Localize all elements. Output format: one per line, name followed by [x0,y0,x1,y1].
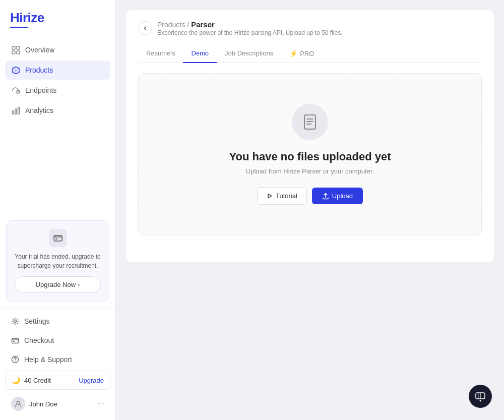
tab-demo[interactable]: Demo [183,44,217,63]
chat-bubble[interactable] [469,385,492,408]
user-avatar [11,397,25,411]
play-icon [267,193,273,199]
svg-rect-0 [12,46,15,49]
tab-job-descriptions[interactable]: Job Descriptions [217,44,281,63]
checkout-label: Checkout [24,336,54,344]
sidebar-item-products[interactable]: Products [5,61,110,80]
settings-label: Settings [24,317,50,325]
sidebar-item-endpoints-label: Endpoints [25,86,56,94]
main-content: Products / Parser Experience the power o… [116,0,504,420]
svg-rect-2 [12,51,15,54]
svg-rect-3 [17,51,20,54]
endpoints-icon [11,86,20,95]
sidebar-item-help[interactable]: Help & Support [5,350,110,369]
user-row: John Doe ··· [5,392,110,416]
svg-rect-8 [54,235,62,241]
back-button[interactable] [138,21,152,35]
products-icon [11,66,20,75]
svg-rect-7 [18,107,19,114]
analytics-icon [11,106,20,115]
user-info: John Doe [11,397,57,411]
sidebar-item-analytics[interactable]: Analytics [5,101,110,120]
breadcrumb-separator: / [187,21,189,29]
svg-rect-18 [478,393,479,399]
upgrade-card: Your trial has ended, upgrade to superch… [6,220,109,302]
breadcrumb-subtitle: Experience the power of the Hirize parsi… [157,29,343,36]
overview-icon [11,45,20,54]
empty-state: You have no files uploaded yet Upload fr… [138,73,482,235]
credit-moon-icon: 🌙 [12,376,20,384]
svg-rect-16 [304,115,316,129]
svg-rect-9 [55,238,57,239]
tab-pro[interactable]: ⚡ PRO [281,44,322,63]
svg-rect-1 [17,46,20,49]
checkout-icon [11,336,19,344]
svg-rect-5 [12,111,14,114]
empty-subtitle: Upload from Hirize Parser or your comput… [246,167,374,175]
help-icon [11,355,19,364]
credit-amount: 40 Credit [24,377,51,384]
sidebar-bottom: Settings Checkout Help & Support [0,308,115,420]
content-card: Products / Parser Experience the power o… [126,10,494,262]
settings-icon [11,317,19,325]
tab-resumes[interactable]: Resume's [138,44,183,63]
upgrade-card-icon [49,229,67,247]
svg-rect-19 [480,393,481,399]
breadcrumb-current: Parser [191,20,215,29]
breadcrumb: Products / Parser Experience the power o… [138,20,482,36]
sidebar-item-endpoints[interactable]: Endpoints [5,81,110,100]
upload-icon [322,193,329,200]
chat-icon [475,391,486,402]
svg-rect-11 [12,338,19,343]
sidebar-nav: Overview Products Endpoints [0,40,115,214]
credit-info: 🌙 40 Credit [12,376,51,384]
sidebar-item-analytics-label: Analytics [25,106,53,114]
breadcrumb-parent: Products [157,21,185,29]
sidebar: Hirize Overview Pro [0,0,116,420]
credit-upgrade-link[interactable]: Upgrade [79,377,104,384]
svg-point-14 [15,361,16,362]
sidebar-item-overview[interactable]: Overview [5,40,110,59]
sidebar-item-overview-label: Overview [25,46,54,54]
svg-rect-6 [15,109,17,114]
upload-button[interactable]: Upload [312,188,363,204]
upgrade-now-button[interactable]: Upgrade Now › [15,276,101,293]
empty-title: You have no files uploaded yet [229,150,391,163]
breadcrumb-text: Products / Parser [157,20,343,29]
empty-state-icon [292,104,328,140]
brand-name: Hirize [10,10,105,26]
upgrade-card-text: Your trial has ended, upgrade to superch… [15,252,101,270]
user-menu-dots[interactable]: ··· [98,399,104,408]
sidebar-item-products-label: Products [25,66,53,74]
tutorial-button[interactable]: Tutorial [257,187,307,205]
logo: Hirize [0,0,115,40]
tabs-row: Resume's Demo Job Descriptions ⚡ PRO [138,44,482,63]
pro-lightning-icon: ⚡ [289,49,298,57]
help-label: Help & Support [24,355,72,364]
credit-bar: 🌙 40 Credit Upgrade [5,371,110,390]
sidebar-item-checkout[interactable]: Checkout [5,331,110,349]
empty-actions: Tutorial Upload [257,187,363,205]
user-name: John Doe [29,400,57,408]
logo-underline [10,27,28,28]
svg-point-10 [14,320,17,323]
svg-rect-12 [13,341,15,342]
sidebar-item-settings[interactable]: Settings [5,312,110,330]
